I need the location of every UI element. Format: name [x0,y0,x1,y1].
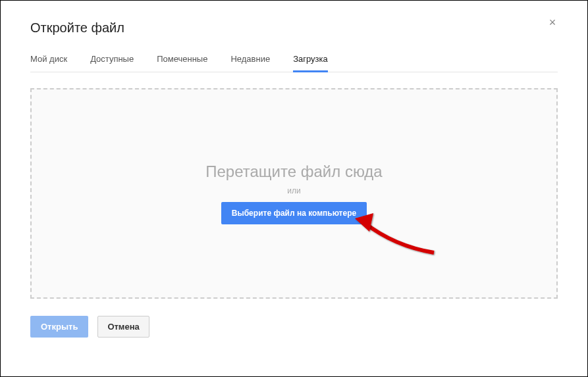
open-file-dialog: Откройте файл × Мой диск Доступные Помеч… [0,0,588,377]
dropzone-text: Перетащите файл сюда [205,163,382,181]
tab-starred[interactable]: Помеченные [157,49,207,72]
open-button[interactable]: Открыть [30,316,88,338]
dialog-title: Откройте файл [30,20,558,36]
select-file-button[interactable]: Выберите файл на компьютере [221,202,367,224]
file-dropzone[interactable]: Перетащите файл сюда или Выберите файл н… [30,88,558,299]
tab-label: Загрузка [293,54,328,64]
cancel-button[interactable]: Отмена [97,316,149,338]
tab-upload[interactable]: Загрузка [293,49,328,72]
tab-label: Доступные [90,54,134,64]
tab-shared[interactable]: Доступные [90,49,134,72]
dialog-header: Откройте файл × [30,20,558,36]
tab-bar: Мой диск Доступные Помеченные Недавние З… [30,49,558,72]
dropzone-or: или [287,186,300,195]
dialog-footer: Открыть Отмена [30,316,558,338]
tab-recent[interactable]: Недавние [230,49,270,72]
tab-my-drive[interactable]: Мой диск [30,49,67,72]
tab-label: Помеченные [157,54,207,64]
tab-label: Мой диск [30,54,67,64]
tab-label: Недавние [230,54,270,64]
close-icon[interactable]: × [546,16,559,30]
